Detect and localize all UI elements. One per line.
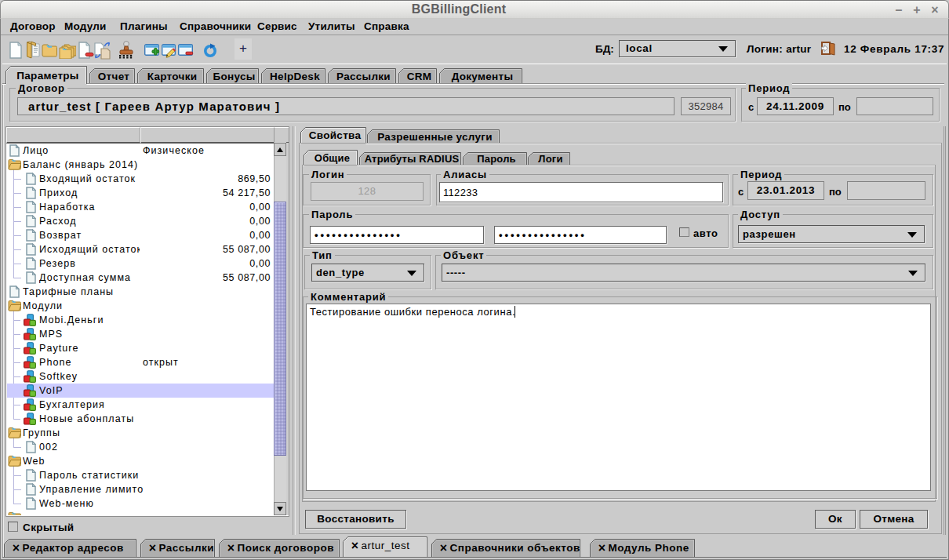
svg-text:HelpDesk: HelpDesk [270,71,320,82]
svg-text:Общие: Общие [315,152,350,164]
svg-text:Карточки: Карточки [147,71,198,82]
svg-text:×: × [149,541,156,555]
svg-text:×: × [13,541,20,555]
svg-text:Рассылки: Рассылки [159,542,215,554]
svg-text:Модуль Phone: Модуль Phone [609,542,689,554]
svg-text:Редактор адресов: Редактор адресов [23,542,124,554]
svg-text:Справочники объектов: Справочники объектов [450,542,580,554]
svg-text:Рассылки: Рассылки [336,71,391,82]
svg-text:Параметры: Параметры [16,70,78,82]
svg-text:Документы: Документы [452,71,514,82]
svg-text:CRM: CRM [407,71,432,82]
svg-text:Отчет: Отчет [98,71,129,82]
svg-text:Пароль: Пароль [477,153,516,165]
svg-text:×: × [598,541,605,555]
svg-text:Бонусы: Бонусы [213,71,255,82]
svg-text:×: × [440,541,447,555]
svg-text:Атрибуты RADIUS: Атрибуты RADIUS [365,153,460,165]
svg-text:Поиск договоров: Поиск договоров [238,542,334,554]
svg-text:Разрешенные услуги: Разрешенные услуги [377,131,493,143]
svg-text:Логи: Логи [538,153,562,165]
svg-text:artur_test: artur_test [362,540,410,551]
svg-text:Свойства: Свойства [309,129,362,141]
svg-text:×: × [227,541,235,555]
svg-text:×: × [351,539,358,552]
